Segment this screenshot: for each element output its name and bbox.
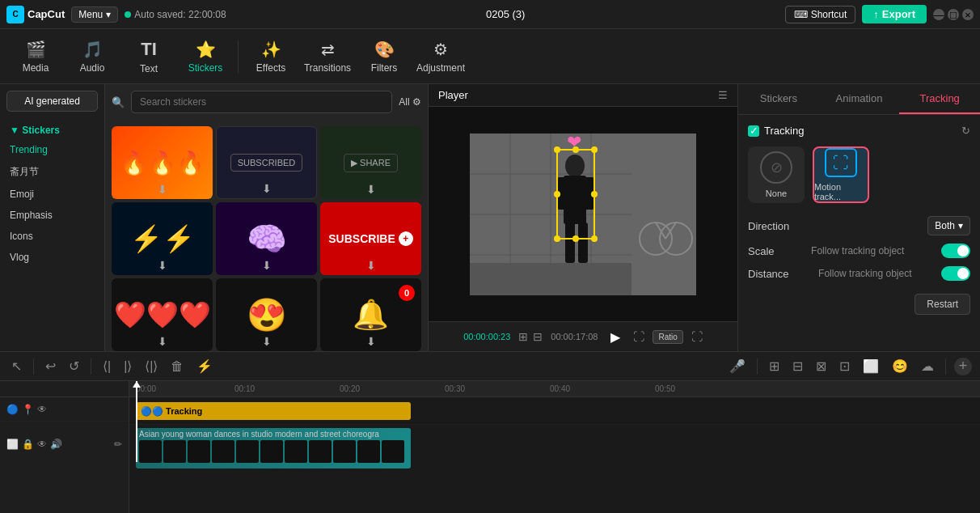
sticker-item[interactable]: 🔔 0 ⬇ bbox=[320, 278, 421, 351]
track-icon1[interactable]: ⊞ bbox=[766, 357, 783, 375]
sticker-item[interactable]: 🧠 ⬇ bbox=[216, 202, 317, 275]
playhead bbox=[136, 381, 137, 462]
tool-filters[interactable]: 🎨 Filters bbox=[357, 32, 412, 81]
film-strip bbox=[139, 440, 408, 463]
sidebar-item-emphasis[interactable]: Emphasis bbox=[0, 205, 104, 226]
refresh-icon[interactable]: ↻ bbox=[961, 125, 970, 137]
tool-audio[interactable]: 🎵 Audio bbox=[65, 32, 120, 81]
track-icon3[interactable]: ⊠ bbox=[813, 357, 830, 375]
svg-point-16 bbox=[554, 146, 560, 153]
flash-tool[interactable]: ⚡ bbox=[193, 357, 216, 375]
sticker-item[interactable]: SUBSCRIBED ⬇ bbox=[216, 126, 317, 199]
track-icon2[interactable]: ⊟ bbox=[789, 357, 806, 375]
video-frame-svg: ❤ bbox=[470, 134, 696, 295]
svg-rect-8 bbox=[470, 263, 632, 295]
tracking-checkbox[interactable]: ✓ bbox=[748, 125, 759, 137]
all-filter[interactable]: All ⚙ bbox=[399, 96, 421, 108]
export-button[interactable]: ↑ Export bbox=[862, 5, 927, 23]
distance-toggle[interactable] bbox=[941, 266, 970, 281]
tool-transitions[interactable]: ⇄ Transitions bbox=[300, 32, 355, 81]
logo: C CapCut bbox=[6, 6, 65, 23]
minimize-button[interactable]: — bbox=[933, 9, 944, 20]
track-icon4[interactable]: ⊡ bbox=[836, 357, 853, 375]
crop-icon[interactable]: ⛶ bbox=[633, 330, 644, 343]
select-tool[interactable]: ↖ bbox=[8, 357, 25, 375]
sticker-item[interactable]: 🔥🔥🔥 ⬇ bbox=[112, 126, 213, 199]
sticker-item[interactable]: ▶ SHARE ⬇ bbox=[320, 126, 421, 199]
sidebar-item-chinese[interactable]: 斋月节 bbox=[0, 160, 104, 184]
svg-point-21 bbox=[554, 191, 560, 197]
sidebar-item-vlog[interactable]: Vlog bbox=[0, 247, 104, 268]
play-button[interactable]: ▶ bbox=[606, 327, 625, 346]
grid-view2-icon[interactable]: ⊟ bbox=[533, 330, 543, 343]
svg-rect-13 bbox=[565, 223, 575, 263]
svg-point-17 bbox=[591, 146, 598, 153]
restart-button[interactable]: Restart bbox=[915, 294, 970, 315]
tool-text-label: Text bbox=[140, 63, 158, 74]
direction-select[interactable]: Both ▾ bbox=[927, 216, 970, 235]
frame bbox=[212, 440, 234, 463]
tab-stickers[interactable]: Stickers bbox=[738, 84, 819, 114]
ratio-button[interactable]: Ratio bbox=[653, 330, 682, 344]
sidebar-item-trending[interactable]: Trending bbox=[0, 139, 104, 160]
menu-button[interactable]: Menu ▾ bbox=[71, 6, 118, 23]
shortcut-button[interactable]: ⌨ Shortcut bbox=[785, 6, 856, 23]
top-bar: C CapCut Menu ▾ Auto saved: 22:00:08 020… bbox=[0, 0, 980, 29]
playhead-head bbox=[133, 381, 141, 388]
video-clip[interactable]: Asian young woman dances in studio moder… bbox=[136, 428, 411, 468]
tool-media[interactable]: 🎬 Media bbox=[8, 32, 63, 81]
track-icon6[interactable]: 😊 bbox=[889, 357, 911, 375]
tab-animation[interactable]: Animation bbox=[819, 84, 900, 114]
add-track-icon[interactable]: + bbox=[954, 358, 972, 375]
edit-icon[interactable]: ✏ bbox=[114, 439, 122, 450]
split-left-tool[interactable]: ⟨| bbox=[99, 357, 114, 375]
undo-button[interactable]: ↩ bbox=[42, 357, 59, 375]
sidebar-item-icons[interactable]: Icons bbox=[0, 226, 104, 247]
stickers-panel: 🔍 All ⚙ 🔥🔥🔥 ⬇ SUBSCRIBED ⬇ ▶ SHARE ⬇ bbox=[105, 84, 429, 351]
track-option-motion[interactable]: ⛶ Motion track... bbox=[813, 146, 869, 203]
close-button[interactable]: × bbox=[962, 9, 974, 20]
mic-icon[interactable]: 🎤 bbox=[726, 357, 749, 375]
sticker-item[interactable]: ❤️❤️❤️ ⬇ bbox=[112, 278, 213, 351]
tab-tracking[interactable]: Tracking bbox=[899, 84, 980, 114]
svg-point-9 bbox=[565, 155, 585, 177]
ai-generated-button[interactable]: AI generated bbox=[6, 91, 98, 112]
track-icon7[interactable]: ☁ bbox=[918, 357, 937, 375]
sticker-preview: 😍 bbox=[247, 296, 287, 334]
split-tool[interactable]: ⟨|⟩ bbox=[142, 357, 161, 375]
delete-tool[interactable]: 🗑 bbox=[167, 358, 187, 375]
stickers-section: ▼ Stickers Trending 斋月节 Emoji Emphasis I… bbox=[0, 118, 104, 271]
ruler-spacer bbox=[0, 381, 129, 397]
timeline-content: 🔵 📍 👁 ⬜ 🔒 👁 🔊 ✏ 00:00 00:10 00:20 00:30 … bbox=[0, 381, 980, 513]
player-content: ❤ bbox=[429, 107, 737, 321]
frame bbox=[285, 440, 307, 463]
search-icon: 🔍 bbox=[112, 96, 125, 108]
frame bbox=[309, 440, 332, 463]
svg-point-19 bbox=[591, 235, 598, 242]
download-icon: ⬇ bbox=[158, 183, 167, 196]
tracking-clip[interactable]: 🔵 🔵 Tracking bbox=[136, 402, 411, 420]
sticker-item[interactable]: 😍 ⬇ bbox=[216, 278, 317, 351]
tool-effects[interactable]: ✨ Effects bbox=[243, 32, 298, 81]
sticker-preview: 🔥🔥🔥 bbox=[120, 150, 205, 176]
sticker-item[interactable]: ⚡⚡ ⬇ bbox=[112, 202, 213, 275]
search-input[interactable] bbox=[131, 91, 392, 113]
split-right-tool[interactable]: |⟩ bbox=[120, 357, 135, 375]
tool-stickers[interactable]: ⭐ Stickers bbox=[178, 32, 233, 81]
track-icon5[interactable]: ⬜ bbox=[860, 357, 882, 375]
track-option-none[interactable]: ⊘ None bbox=[748, 146, 805, 203]
chevron-down-icon: ▾ bbox=[958, 220, 963, 231]
scale-toggle[interactable] bbox=[941, 244, 970, 258]
sticker-item[interactable]: SUBSCRIBE + ⬇ bbox=[320, 202, 421, 275]
grid-view-icon[interactable]: ⊞ bbox=[518, 330, 528, 343]
tracking-options: ⊘ None ⛶ Motion track... bbox=[748, 146, 970, 203]
player-menu-icon[interactable]: ☰ bbox=[718, 89, 728, 101]
project-title: 0205 (3) bbox=[233, 8, 779, 20]
sidebar-item-emoji[interactable]: Emoji bbox=[0, 184, 104, 205]
tool-adjustment[interactable]: ⚙ Adjustment bbox=[413, 32, 468, 81]
maximize-button[interactable]: □ bbox=[948, 9, 959, 20]
fullscreen-icon[interactable]: ⛶ bbox=[691, 330, 703, 343]
video-clip-row: Asian young woman dances in studio moder… bbox=[129, 425, 980, 470]
tool-text[interactable]: TI Text bbox=[121, 32, 176, 81]
redo-button[interactable]: ↺ bbox=[65, 357, 82, 375]
